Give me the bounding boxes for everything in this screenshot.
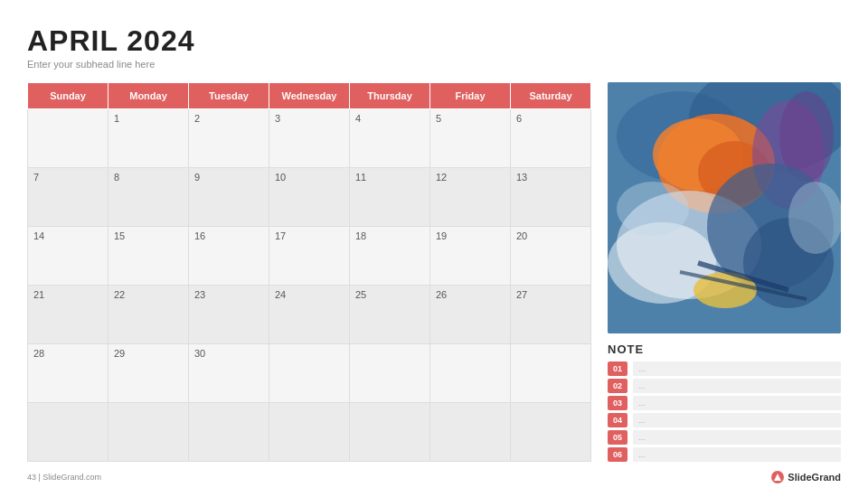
svg-marker-18 <box>774 474 781 481</box>
list-item: 05 ... <box>608 430 841 445</box>
day-header-wednesday: Wednesday <box>269 83 350 109</box>
note-badge-6: 06 <box>608 447 627 462</box>
calendar-cell <box>189 403 269 462</box>
calendar-cell <box>269 344 350 403</box>
calendar-header: Sunday Monday Tuesday Wednesday Thursday… <box>28 83 591 109</box>
table-row: 1 2 3 4 5 6 <box>28 109 591 168</box>
calendar-cell: 21 <box>28 286 108 344</box>
note-badge-3: 03 <box>608 396 627 410</box>
note-line-5: ... <box>633 430 841 445</box>
day-header-thursday: Thursday <box>350 83 430 109</box>
day-header-sunday: Sunday <box>28 83 108 109</box>
calendar-table: Sunday Monday Tuesday Wednesday Thursday… <box>27 82 591 462</box>
calendar-cell: 23 <box>189 286 269 344</box>
calendar-cell: 26 <box>430 286 511 344</box>
calendar-cell: 8 <box>108 168 189 227</box>
footer-brand: SlideGrand <box>771 471 841 483</box>
calendar-cell: 28 <box>28 344 108 403</box>
calendar-cell: 3 <box>269 109 350 168</box>
calendar-cell: 11 <box>350 168 430 227</box>
note-line-6: ... <box>633 447 841 462</box>
calendar-cell: 12 <box>430 168 511 227</box>
note-badge-4: 04 <box>608 413 627 427</box>
list-item: 06 ... <box>608 447 841 462</box>
calendar-cell: 24 <box>269 286 350 344</box>
calendar-cell: 18 <box>350 227 430 286</box>
note-line-3: ... <box>633 396 841 410</box>
calendar-cell <box>350 403 430 462</box>
calendar-cell <box>269 403 350 462</box>
table-row: 21 22 23 24 25 26 27 <box>28 286 591 344</box>
table-row <box>28 403 591 462</box>
calendar-cell: 16 <box>189 227 269 286</box>
brand-name: SlideGrand <box>788 472 841 483</box>
note-badge-2: 02 <box>608 379 627 393</box>
list-item: 01 ... <box>608 361 841 376</box>
calendar-cell: 15 <box>108 227 189 286</box>
page-title: APRIL 2024 <box>27 25 841 57</box>
day-header-tuesday: Tuesday <box>189 83 269 109</box>
table-row: 14 15 16 17 18 19 20 <box>28 227 591 286</box>
footer-website: | SlideGrand.com <box>39 473 101 482</box>
note-list: 01 ... 02 ... 03 ... 04 ... <box>608 361 841 462</box>
calendar-section: Sunday Monday Tuesday Wednesday Thursday… <box>27 82 591 462</box>
header: APRIL 2024 Enter your subhead line here <box>27 25 841 70</box>
calendar-cell: 14 <box>28 227 108 286</box>
calendar-cell: 25 <box>350 286 430 344</box>
calendar-body: 1 2 3 4 5 6 7 8 9 10 11 12 13 <box>28 109 591 462</box>
calendar-cell: 5 <box>430 109 511 168</box>
footer-info: 43 | SlideGrand.com <box>27 473 101 482</box>
calendar-cell: 22 <box>108 286 189 344</box>
calendar-cell: 10 <box>269 168 350 227</box>
page: APRIL 2024 Enter your subhead line here … <box>0 0 868 488</box>
note-line-4: ... <box>633 413 841 427</box>
footer: 43 | SlideGrand.com SlideGrand <box>27 467 841 483</box>
list-item: 04 ... <box>608 413 841 427</box>
calendar-cell <box>511 344 591 403</box>
brand-icon <box>771 471 784 483</box>
calendar-cell: 20 <box>511 227 591 286</box>
page-number: 43 <box>27 473 36 482</box>
artwork-svg <box>608 82 841 333</box>
note-badge-1: 01 <box>608 361 627 376</box>
artwork-image <box>608 82 841 333</box>
calendar-cell: 13 <box>511 168 591 227</box>
calendar-cell: 2 <box>189 109 269 168</box>
note-badge-5: 05 <box>608 430 627 445</box>
right-panel: NOTE 01 ... 02 ... 03 ... 04 <box>608 82 841 462</box>
calendar-cell <box>108 403 189 462</box>
note-section: NOTE 01 ... 02 ... 03 ... 04 <box>608 343 841 462</box>
content-area: Sunday Monday Tuesday Wednesday Thursday… <box>27 82 841 462</box>
note-line-2: ... <box>633 379 841 393</box>
table-row: 28 29 30 <box>28 344 591 403</box>
list-item: 02 ... <box>608 379 841 393</box>
calendar-cell <box>430 344 511 403</box>
calendar-cell <box>350 344 430 403</box>
calendar-cell <box>430 403 511 462</box>
day-header-saturday: Saturday <box>511 83 591 109</box>
calendar-cell: 27 <box>511 286 591 344</box>
svg-point-16 <box>617 182 689 236</box>
svg-point-17 <box>788 182 841 254</box>
calendar-cell: 6 <box>511 109 591 168</box>
calendar-cell: 29 <box>108 344 189 403</box>
list-item: 03 ... <box>608 396 841 410</box>
calendar-cell: 17 <box>269 227 350 286</box>
calendar-cell: 1 <box>108 109 189 168</box>
day-header-monday: Monday <box>108 83 189 109</box>
calendar-cell <box>28 403 108 462</box>
calendar-cell: 19 <box>430 227 511 286</box>
calendar-cell <box>511 403 591 462</box>
calendar-cell: 9 <box>189 168 269 227</box>
day-header-friday: Friday <box>430 83 511 109</box>
calendar-cell: 7 <box>28 168 108 227</box>
note-line-1: ... <box>633 361 841 376</box>
table-row: 7 8 9 10 11 12 13 <box>28 168 591 227</box>
calendar-cell <box>28 109 108 168</box>
calendar-cell: 30 <box>189 344 269 403</box>
brand-logo-icon <box>773 473 782 482</box>
note-title: NOTE <box>608 343 841 356</box>
page-subtitle: Enter your subhead line here <box>27 59 841 70</box>
calendar-cell: 4 <box>350 109 430 168</box>
